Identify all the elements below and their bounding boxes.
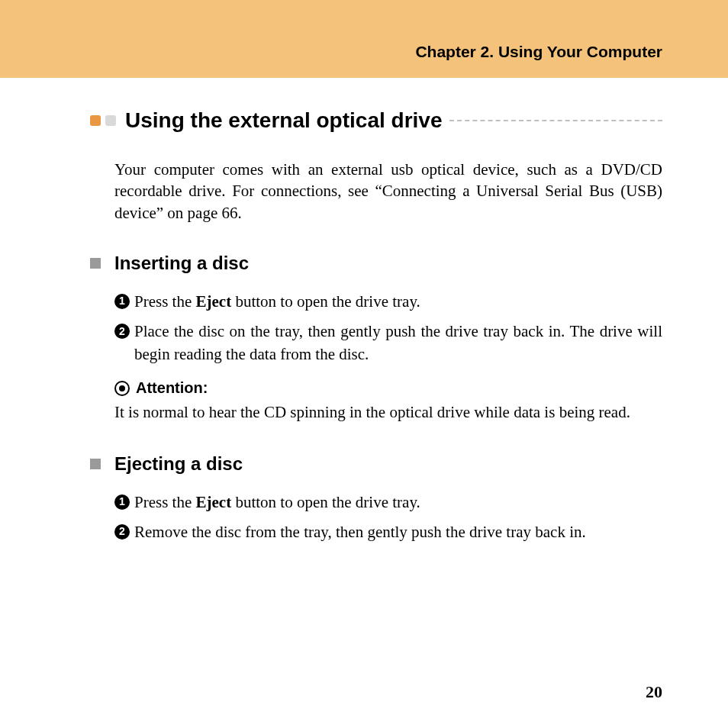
attention-icon (114, 381, 130, 396)
intro-paragraph: Your computer comes with an external usb… (114, 159, 662, 224)
attention-row: Attention: (114, 379, 662, 397)
main-heading-row: Using the external optical drive (90, 108, 662, 133)
step-number-icon: 1 (114, 294, 130, 309)
ejecting-step-2: 2 Remove the disc from the tray, then ge… (114, 521, 662, 543)
header-band: Chapter 2. Using Your Computer (0, 0, 728, 78)
heading-rule (449, 120, 662, 121)
step-number-icon: 1 (114, 494, 130, 510)
square-bullet-icon (90, 258, 101, 269)
text-pre: Press the (134, 292, 196, 311)
attention-label: Attention: (136, 379, 208, 397)
step-text: Place the disc on the tray, then gently … (134, 321, 662, 366)
text-bold: Eject (196, 292, 232, 311)
text-post: button to open the drive tray. (231, 292, 420, 311)
chapter-title: Chapter 2. Using Your Computer (415, 43, 662, 61)
ejecting-heading: Ejecting a disc (114, 453, 243, 475)
inserting-step-2: 2 Place the disc on the tray, then gentl… (114, 321, 662, 366)
bullet-orange-icon (90, 115, 101, 126)
attention-text: It is normal to hear the CD spinning in … (114, 401, 662, 424)
square-bullet-icon (90, 459, 101, 469)
step-text: Press the Eject button to open the drive… (134, 491, 662, 514)
sub-heading-ejecting: Ejecting a disc (90, 453, 662, 475)
inserting-step-1: 1 Press the Eject button to open the dri… (114, 291, 662, 313)
page-content: Using the external optical drive Your co… (0, 78, 728, 543)
sub-heading-inserting: Inserting a disc (90, 253, 662, 274)
ejecting-step-1: 1 Press the Eject button to open the dri… (114, 491, 662, 514)
text-pre: Press the (134, 493, 196, 511)
main-heading: Using the external optical drive (125, 108, 442, 133)
step-text: Remove the disc from the tray, then gent… (134, 521, 662, 543)
bullet-gray-icon (105, 115, 116, 126)
text-bold: Eject (196, 493, 232, 511)
inserting-heading: Inserting a disc (114, 253, 249, 274)
step-number-icon: 2 (114, 524, 130, 540)
text-post: button to open the drive tray. (231, 493, 420, 511)
page-number: 20 (646, 682, 662, 702)
step-text: Press the Eject button to open the drive… (134, 291, 662, 313)
step-number-icon: 2 (114, 324, 130, 339)
